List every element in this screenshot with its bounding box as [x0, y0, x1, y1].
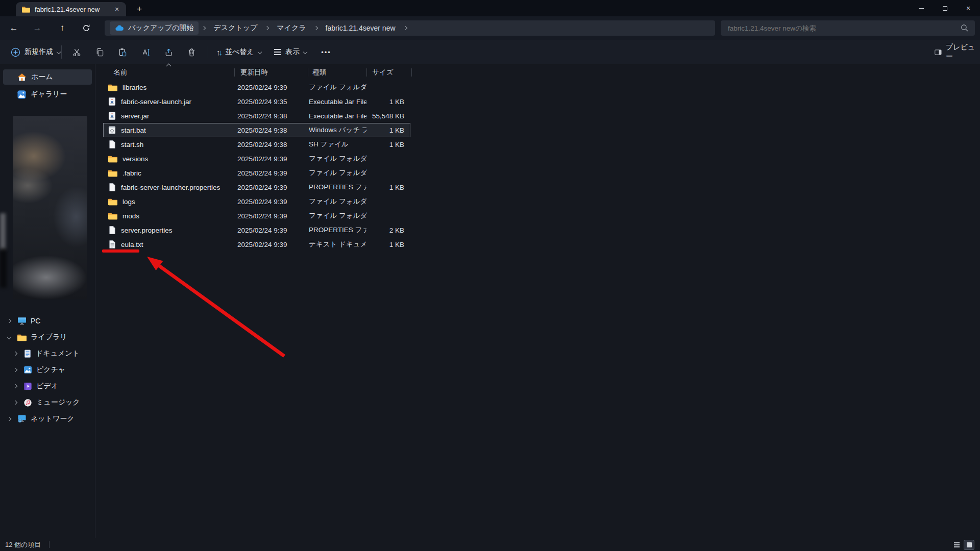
preview-button[interactable]: プレビュー [930, 44, 980, 60]
column-header-type[interactable]: 種類 [312, 66, 326, 79]
expand-chevron-icon[interactable] [11, 368, 19, 371]
file-row-versions[interactable]: versions 2025/02/24 9:39 ファイル フォルダー [105, 152, 411, 166]
chevron-right-icon [265, 26, 269, 30]
divider [61, 45, 62, 59]
sort-arrows-icon: ↑↓ [216, 48, 221, 57]
breadcrumb-item-desktop[interactable]: デスクトップ [209, 22, 262, 34]
search-icon [961, 24, 969, 32]
plus-circle-icon [11, 47, 20, 57]
more-button[interactable]: ••• [316, 44, 336, 60]
up-button[interactable]: ↑ [54, 20, 71, 36]
search-input[interactable] [721, 20, 975, 36]
paste-button[interactable] [113, 44, 132, 60]
sidebar-divider [95, 64, 95, 538]
maximize-button[interactable] [933, 0, 957, 16]
folder-icon [108, 155, 117, 163]
tab-title: fabric1.21.4sever new [35, 6, 107, 13]
file-row-start-sh[interactable]: start.sh 2025/02/24 9:38 SH ファイル 1 KB [105, 137, 411, 152]
file-row-eula-txt[interactable]: eula.txt 2025/02/24 9:39 テキスト ドキュメント 1 K… [105, 237, 411, 252]
copy-icon [95, 48, 104, 57]
sidebar-blurred-thumbnail [13, 116, 87, 299]
icons-view-toggle[interactable] [964, 540, 974, 550]
column-divider[interactable] [411, 68, 412, 77]
documents-icon [23, 349, 32, 358]
expand-chevron-icon[interactable] [5, 319, 13, 322]
tab-close-icon[interactable]: × [112, 4, 122, 14]
file-row-dot-fabric[interactable]: .fabric 2025/02/24 9:39 ファイル フォルダー [105, 166, 411, 180]
chevron-right-icon [313, 26, 317, 30]
breadcrumb-item-current[interactable]: fabric1.21.4sever new [321, 22, 400, 34]
column-header-modified[interactable]: 更新日時 [240, 66, 268, 79]
status-divider [49, 541, 50, 548]
folder-icon [108, 169, 117, 177]
column-header-name[interactable]: 名前 [113, 66, 127, 79]
library-folder-icon [17, 334, 27, 341]
preview-pane-icon [935, 49, 942, 56]
sidebar-item-pictures[interactable]: ピクチャ [0, 362, 95, 378]
onedrive-cloud-icon [115, 25, 124, 31]
details-view-toggle[interactable] [951, 540, 962, 550]
column-header-size[interactable]: サイズ [372, 66, 393, 79]
new-button[interactable]: 新規作成 [6, 44, 65, 60]
expand-chevron-icon[interactable] [5, 417, 13, 420]
details-view-icon [954, 542, 960, 543]
rename-icon [141, 48, 150, 57]
close-button[interactable]: × [957, 0, 980, 16]
pc-icon [17, 317, 27, 325]
file-icon [108, 140, 116, 148]
file-row-start-bat[interactable]: start.bat 2025/02/24 9:38 Windows バッチ ファ… [103, 123, 410, 137]
file-row-server-jar[interactable]: server.jar 2025/02/24 9:38 Executable Ja… [105, 109, 411, 123]
column-divider[interactable] [308, 68, 308, 77]
minimize-button[interactable] [910, 0, 933, 16]
titlebar: fabric1.21.4sever new × + × [0, 0, 980, 16]
rename-button[interactable] [136, 44, 155, 60]
sort-button[interactable]: ↑↓ 並べ替え [212, 44, 266, 60]
sidebar-item-music[interactable]: ミュージック [0, 395, 95, 410]
chevron-right-icon [202, 26, 206, 30]
blur-artifact [0, 213, 6, 250]
cut-button[interactable] [67, 44, 86, 60]
file-row-server-properties[interactable]: server.properties 2025/02/24 9:39 PROPER… [105, 223, 411, 237]
breadcrumb[interactable]: バックアップの開始 デスクトップ マイクラ fabric1.21.4sever … [105, 20, 715, 36]
paste-icon [118, 48, 127, 57]
view-button[interactable]: 表示 [270, 44, 311, 60]
sidebar-item-documents[interactable]: ドキュメント [0, 346, 95, 361]
pictures-icon [23, 366, 32, 374]
forward-button[interactable]: → [29, 20, 46, 36]
column-divider[interactable] [366, 68, 367, 77]
sidebar-item-gallery[interactable]: ギャラリー [3, 87, 92, 102]
file-row-logs[interactable]: logs 2025/02/24 9:39 ファイル フォルダー [105, 194, 411, 209]
items-count: 12 個の項目 [5, 538, 41, 551]
explorer-tab[interactable]: fabric1.21.4sever new × [16, 2, 126, 16]
sidebar-item-pc[interactable]: PC [0, 313, 95, 329]
maximize-icon [943, 6, 947, 11]
delete-button[interactable] [182, 44, 201, 60]
expand-chevron-icon[interactable] [11, 385, 19, 388]
sidebar: ホーム ギャラリー PC ライブラリ ドキュメント ピクチャ [0, 64, 95, 538]
refresh-button[interactable] [78, 20, 95, 36]
new-tab-button[interactable]: + [133, 3, 146, 15]
sidebar-item-network[interactable]: ネットワーク [0, 411, 95, 427]
folder-icon [108, 212, 117, 220]
icons-view-icon [967, 542, 972, 547]
breadcrumb-item-backup[interactable]: バックアップの開始 [110, 21, 199, 35]
file-row-fabric-server-launcher-properties[interactable]: fabric-server-launcher.properties 2025/0… [105, 180, 411, 194]
expand-chevron-icon[interactable] [11, 401, 19, 404]
file-row-libraries[interactable]: libraries 2025/02/24 9:39 ファイル フォルダー [105, 80, 411, 94]
chevron-down-icon [257, 50, 261, 54]
breadcrumb-item-maikura[interactable]: マイクラ [272, 22, 310, 34]
search-box[interactable] [721, 20, 975, 36]
file-row-fabric-server-launch-jar[interactable]: fabric-server-launch.jar 2025/02/24 9:35… [105, 94, 411, 109]
file-row-mods[interactable]: mods 2025/02/24 9:39 ファイル フォルダー [105, 209, 411, 223]
chevron-down-icon [57, 50, 61, 54]
share-button[interactable] [159, 44, 178, 60]
blur-artifact [0, 248, 7, 288]
videos-icon [23, 382, 32, 390]
copy-button[interactable] [90, 44, 109, 60]
collapse-chevron-icon[interactable] [5, 336, 13, 339]
column-divider[interactable] [234, 68, 235, 77]
back-button[interactable]: ← [5, 20, 22, 36]
sidebar-item-library[interactable]: ライブラリ [0, 330, 95, 345]
sidebar-item-videos[interactable]: ビデオ [0, 379, 95, 394]
expand-chevron-icon[interactable] [11, 352, 19, 355]
